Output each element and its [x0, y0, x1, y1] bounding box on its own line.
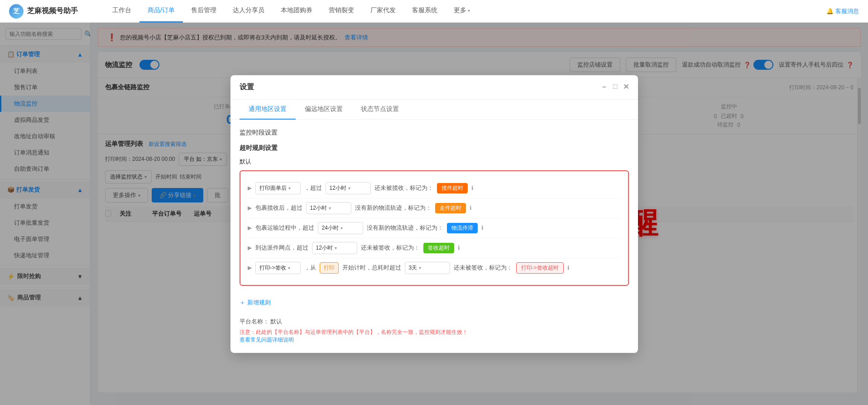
platform-faq-link[interactable]: 查看常见问题详细说明: [240, 337, 294, 343]
modal-header: 设置 － □ ✕: [230, 75, 638, 100]
rule2-connector2: 没有新的物流轨迹，标记为：: [355, 204, 432, 212]
rule4-trigger: 到达派件网点，超过: [255, 244, 308, 252]
rule-row-1: ▶ 打印面单后 ▾ ，超过 12小时 ▾ 还未被揽收，标记为： 揽件: [248, 178, 621, 198]
rule5-time-select[interactable]: 3天 ▾: [405, 262, 450, 274]
expand-icon-1[interactable]: ▶: [248, 185, 252, 191]
rule5-badge: 打印->签收超时: [516, 262, 564, 274]
modal-body: 监控时段设置 超时规则设置 默认 ▶ 打印面单后 ▾: [230, 120, 638, 353]
rule2-time-select[interactable]: 12小时 ▾: [306, 202, 351, 214]
rule-row-2: ▶ 包裹揽收后，超过 12小时 ▾ 没有新的物流轨迹，标记为： 走件超时 ℹ: [248, 198, 621, 218]
chevron-rule2-time: ▾: [329, 206, 331, 211]
minimize-button[interactable]: －: [600, 82, 608, 92]
rule5-from: 打印: [320, 262, 339, 274]
expand-icon-4[interactable]: ▶: [248, 245, 252, 251]
nav-more[interactable]: 更多 ▾: [446, 0, 478, 23]
rule1-badge: 揽件超时: [437, 183, 468, 193]
rule-row-4: ▶ 到达派件网点，超过 12小时 ▾ 还未被签收，标记为： 签收超时 ℹ: [248, 238, 621, 258]
chevron-down-icon: ▾: [468, 8, 470, 13]
platform-warning: 注意：此处的【平台名称】与运单管理列表中的【平台】，名称完全一致，监控规则才能生…: [240, 328, 629, 336]
rule5-trigger-select[interactable]: 打印->签收 ▾: [255, 262, 301, 274]
platform-name-label: 平台名称：: [240, 318, 269, 325]
tab-general-region[interactable]: 通用地区设置: [240, 100, 296, 120]
expand-icon-2[interactable]: ▶: [248, 205, 252, 211]
info-icon-rule5: ℹ: [567, 265, 570, 271]
tab-remote-region[interactable]: 偏远地区设置: [296, 100, 352, 120]
customer-service-link[interactable]: 🔔 客服消息: [826, 7, 859, 15]
settings-modal: 设置 － □ ✕ 通用地区设置 偏远地区设置 状态节点设置 监控时段设置: [230, 75, 638, 353]
rule4-connector2: 还未被签收，标记为：: [361, 244, 420, 252]
chevron-rule5-time: ▾: [419, 265, 421, 270]
plus-icon: ＋: [240, 299, 245, 307]
nav-marketing[interactable]: 营销裂变: [321, 0, 362, 23]
chevron-rule1: ▾: [288, 186, 291, 191]
add-rule-button[interactable]: ＋ 新增规则: [240, 295, 629, 310]
rules-box: ▶ 打印面单后 ▾ ，超过 12小时 ▾ 还未被揽收，标记为： 揽件: [240, 170, 629, 286]
rule3-connector2: 没有新的物流轨迹，标记为：: [367, 224, 443, 232]
expand-icon-3[interactable]: ▶: [248, 225, 252, 231]
rule5-connector2: 开始计时，总耗时超过: [342, 264, 401, 272]
modal-window-controls: － □ ✕: [600, 82, 629, 92]
logo-area: 芝 芝麻视频号助手: [9, 4, 91, 19]
info-icon-rule3: ℹ: [481, 225, 484, 231]
content-area: ❗ 您的视频号小店【芝麻小店五】授权已到期，或即将在3天内到期，请及时延长授权。…: [91, 23, 868, 405]
rule3-trigger: 包裹运输过程中，超过: [255, 224, 314, 232]
rule1-time-select[interactable]: 12小时 ▾: [326, 182, 371, 194]
rule4-badge: 签收超时: [423, 243, 454, 253]
main-layout: 🔍 ☰ 📋 订单管理 ▲ 订单列表 预售订单 物流监控 虚拟商品发货 改地址自动…: [0, 23, 868, 405]
rule-row-3: ▶ 包裹运输过程中，超过 24小时 ▾ 没有新的物流轨迹，标记为： 物流停滞 ℹ: [248, 218, 621, 238]
section-label: 监控时段设置: [240, 129, 629, 137]
app-title: 芝麻视频号助手: [27, 6, 78, 16]
chevron-rule3-time: ▾: [340, 226, 343, 231]
nav-influencer[interactable]: 达人分享员: [225, 0, 273, 23]
expand-icon-5[interactable]: ▶: [248, 265, 252, 271]
modal-overlay[interactable]: 设置 － □ ✕ 通用地区设置 偏远地区设置 状态节点设置 监控时段设置: [91, 23, 868, 405]
rule4-time-select[interactable]: 12小时 ▾: [312, 242, 357, 254]
info-icon-rule1: ℹ: [471, 185, 474, 191]
bell-icon: 🔔: [826, 8, 834, 14]
nav-workbench[interactable]: 工作台: [104, 0, 139, 23]
default-row: 默认: [240, 158, 629, 166]
platform-section: 平台名称： 默认 注意：此处的【平台名称】与运单管理列表中的【平台】，名称完全一…: [240, 318, 629, 344]
nav-right: 🔔 客服消息: [826, 7, 859, 15]
nav-customer-service[interactable]: 客服系统: [404, 0, 446, 23]
rule1-trigger-select[interactable]: 打印面单后 ▾: [255, 182, 301, 194]
nav-local-group[interactable]: 本地团购券: [273, 0, 321, 23]
chevron-rule4-time: ▾: [335, 246, 337, 251]
rule5-connector1: ，从: [304, 264, 316, 272]
modal-title: 设置: [240, 82, 254, 92]
nav-products-orders[interactable]: 商品/订单: [139, 0, 183, 23]
nav-factory[interactable]: 厂家代发: [362, 0, 404, 23]
platform-name-value: 默认: [270, 318, 282, 325]
logo-icon: 芝: [9, 4, 24, 19]
rule2-trigger: 包裹揽收后，超过: [255, 204, 302, 212]
default-label: 默认: [240, 158, 251, 166]
maximize-button[interactable]: □: [613, 82, 618, 92]
rule1-connector1: ，超过: [304, 184, 322, 192]
info-icon-rule4: ℹ: [458, 245, 460, 251]
rule5-connector3: 还未被签收，标记为：: [454, 264, 513, 272]
rule2-badge: 走件超时: [435, 203, 466, 213]
chevron-rule1-time: ▾: [348, 186, 350, 191]
tab-status-nodes[interactable]: 状态节点设置: [352, 100, 408, 120]
nav-items: 工作台 商品/订单 售后管理 达人分享员 本地团购券 营销裂变 厂家代发 客服系…: [104, 0, 826, 23]
rule3-badge: 物流停滞: [447, 223, 478, 233]
nav-aftersales[interactable]: 售后管理: [183, 0, 225, 23]
info-icon-rule2: ℹ: [470, 205, 472, 211]
rule3-time-select[interactable]: 24小时 ▾: [318, 222, 363, 234]
top-navigation: 芝 芝麻视频号助手 工作台 商品/订单 售后管理 达人分享员 本地团购券 营销裂…: [0, 0, 868, 23]
rule-row-5: ▶ 打印->签收 ▾ ，从 打印 开始计时，总耗时超过 3天 ▾: [248, 258, 621, 278]
close-button[interactable]: ✕: [623, 82, 629, 92]
rule1-connector2: 还未被揽收，标记为：: [374, 184, 433, 192]
modal-tabs: 通用地区设置 偏远地区设置 状态节点设置: [230, 100, 638, 120]
chevron-rule5: ▾: [288, 265, 290, 270]
rules-title: 超时规则设置: [240, 144, 629, 152]
